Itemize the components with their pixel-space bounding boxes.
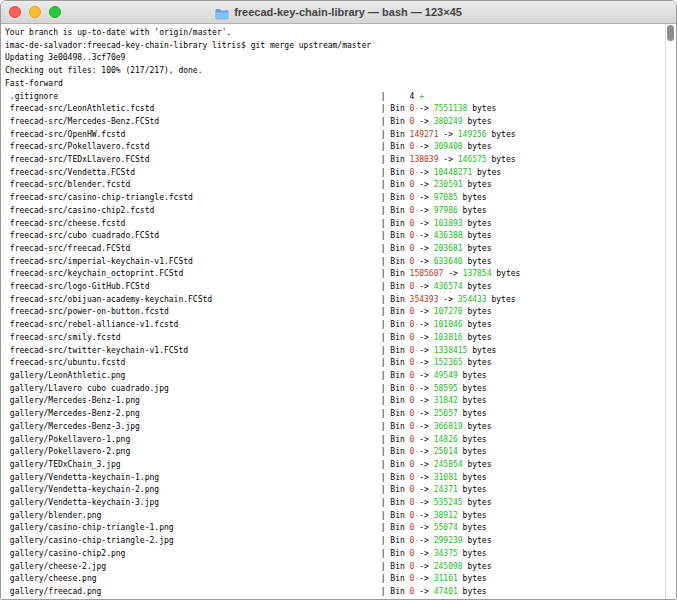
terminal-line: gallery/Pokellavero-2.png | Bin 0 -> 250… — [5, 446, 676, 459]
minimize-button[interactable] — [29, 6, 41, 18]
terminal-line: freecad-src/freecad.FCStd | Bin 0 -> 203… — [5, 243, 676, 256]
terminal-line: gallery/Pokellavero-1.png | Bin 0 -> 148… — [5, 434, 676, 447]
terminal-line: Fast-forward — [5, 78, 676, 91]
terminal-line: freecad-src/Vendetta.FCStd | Bin 0 -> 10… — [5, 167, 676, 180]
terminal-line: freecad-src/LeonAthletic.fcstd | Bin 0 -… — [5, 103, 676, 116]
terminal-window: freecad-key-chain-library — bash — 123×4… — [0, 0, 677, 600]
terminal-line: Checking out files: 100% (217/217), done… — [5, 65, 676, 78]
terminal-line: gallery/Vendetta-keychain-1.png | Bin 0 … — [5, 472, 676, 485]
terminal-line: freecad-src/cheese.fcstd | Bin 0 -> 1038… — [5, 218, 676, 231]
terminal-line: freecad-src/casino-chip2.fcstd | Bin 0 -… — [5, 205, 676, 218]
terminal-line: freecad-src/casino-chip-triangle.fcstd |… — [5, 192, 676, 205]
terminal-line: gallery/freecad.png | Bin 0 -> 47401 byt… — [5, 586, 676, 599]
terminal-line: freecad-src/twitter-keychain-v1.FCStd | … — [5, 345, 676, 358]
terminal-line: gallery/casino-chip2.png | Bin 0 -> 3437… — [5, 548, 676, 561]
terminal-line: gallery/casino-chip-triangle-1.png | Bin… — [5, 522, 676, 535]
title-container: freecad-key-chain-library — bash — 123×4… — [1, 1, 676, 23]
terminal-line: gallery/Vendetta-keychain-2.png | Bin 0 … — [5, 484, 676, 497]
window-title: freecad-key-chain-library — bash — 123×4… — [234, 6, 462, 18]
terminal-line: freecad-src/smily.fcstd | Bin 0 -> 10381… — [5, 332, 676, 345]
terminal-line: gallery/cheese-2.jpg | Bin 0 -> 245098 b… — [5, 561, 676, 574]
scrollbar[interactable] — [665, 24, 676, 599]
terminal-line: gallery/Mercedes-Benz-2.png | Bin 0 -> 2… — [5, 408, 676, 421]
terminal-line: imac-de-salvador:freecad-key-chain-libra… — [5, 40, 676, 53]
terminal-line: freecad-src/TEDxLlavero.FCStd | Bin 1380… — [5, 154, 676, 167]
terminal-line: Your branch is up-to-date with 'origin/m… — [5, 27, 676, 40]
terminal-line: gallery/TEDxChain_3.jpg | Bin 0 -> 24585… — [5, 459, 676, 472]
terminal-line: gallery/blender.png | Bin 0 -> 38912 byt… — [5, 510, 676, 523]
terminal-line: freecad-src/ubuntu.fcstd | Bin 0 -> 1523… — [5, 357, 676, 370]
terminal-line: gallery/Llavero cubo cuadrado.jpg | Bin … — [5, 383, 676, 396]
terminal-line: freecad-src/rebel-alliance-v1.fcstd | Bi… — [5, 319, 676, 332]
terminal-line: freecad-src/obijuan-academy-keychain.FCS… — [5, 294, 676, 307]
terminal-line: freecad-src/logo-GitHub.FCStd | Bin 0 ->… — [5, 281, 676, 294]
terminal-line: freecad-src/OpenHW.fcstd | Bin 149271 ->… — [5, 129, 676, 142]
traffic-lights — [9, 6, 61, 18]
terminal-line: gallery/Vendetta-keychain-3.jpg | Bin 0 … — [5, 497, 676, 510]
terminal-line: gallery/cheese.png | Bin 0 -> 31161 byte… — [5, 573, 676, 586]
titlebar[interactable]: freecad-key-chain-library — bash — 123×4… — [1, 1, 676, 24]
terminal-lines: Your branch is up-to-date with 'origin/m… — [5, 27, 676, 599]
terminal-line: gallery/LeonAthletic.png | Bin 0 -> 4954… — [5, 370, 676, 383]
terminal-line: Updating 3e00498..3cf70e9 — [5, 52, 676, 65]
terminal-line: freecad-src/Mercedes-Benz.FCStd | Bin 0 … — [5, 116, 676, 129]
terminal-line: freecad-src/power-on-button.fcstd | Bin … — [5, 306, 676, 319]
terminal-line: freecad-src/blender.fcstd | Bin 0 -> 230… — [5, 179, 676, 192]
terminal-line: gallery/Mercedes-Benz-3.jpg | Bin 0 -> 3… — [5, 421, 676, 434]
terminal-line: freecad-src/cubo cuadrado.FCStd | Bin 0 … — [5, 230, 676, 243]
terminal-line: freecad-src/keychain_octoprint.FCStd | B… — [5, 268, 676, 281]
scrollbar-thumb[interactable] — [667, 25, 674, 41]
terminal-line: gallery/casino-chip-triangle-2.jpg | Bin… — [5, 535, 676, 548]
terminal-line: .gitignore | 4 + — [5, 91, 676, 104]
folder-icon — [215, 6, 229, 18]
terminal-line: freecad-src/Pokellavero.fcstd | Bin 0 ->… — [5, 141, 676, 154]
terminal-line: freecad-src/imperial-keychain-v1.FCStd |… — [5, 256, 676, 269]
zoom-button[interactable] — [49, 6, 61, 18]
terminal-output[interactable]: Your branch is up-to-date with 'origin/m… — [1, 24, 676, 599]
close-button[interactable] — [9, 6, 21, 18]
terminal-line: gallery/Mercedes-Benz-1.png | Bin 0 -> 3… — [5, 395, 676, 408]
